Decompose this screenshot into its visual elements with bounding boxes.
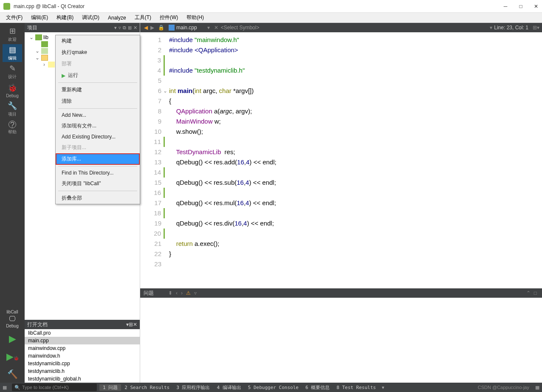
mode-sidebar: ⊞欢迎 ▤编辑 ✎设计 🐞Debug 🔧项目 ?帮助 libCall 🖵 Deb…: [0, 23, 25, 383]
ctx-qmake[interactable]: 执行qmake: [56, 47, 140, 58]
problems-minimize-icon[interactable]: ⌃: [526, 290, 531, 296]
run-button[interactable]: ▶: [9, 333, 16, 344]
file-dropdown-icon[interactable]: ▾: [207, 25, 210, 31]
lock-icon[interactable]: 🔒: [158, 25, 164, 31]
separator: [58, 82, 137, 83]
separator: [58, 166, 137, 166]
status-tab-app-output[interactable]: 3 应用程序输出: [173, 384, 213, 391]
menu-analyze[interactable]: Analyze: [104, 14, 130, 22]
ctx-add-existing[interactable]: 添加现有文件...: [56, 120, 140, 132]
status-tab-compile[interactable]: 4 编译输出: [213, 384, 244, 391]
nav-back-icon[interactable]: ◀: [144, 25, 148, 31]
doc-item[interactable]: libCall.pro: [25, 329, 140, 337]
project-panel-title: 项目: [27, 24, 113, 31]
doc-item[interactable]: testdynamiclib_global.h: [25, 375, 140, 383]
symbol-selector[interactable]: <Select Symbol>: [221, 25, 260, 31]
problems-panel[interactable]: [140, 298, 542, 383]
problems-title: 问题: [144, 290, 154, 297]
cpp-file-icon: [169, 25, 175, 31]
menu-edit[interactable]: 编辑(E): [27, 13, 52, 22]
problems-next-icon[interactable]: ›: [181, 290, 183, 296]
close-file-icon[interactable]: ✕: [214, 25, 218, 31]
mode-welcome[interactable]: ⊞欢迎: [3, 25, 22, 43]
minimize-button[interactable]: ─: [503, 4, 508, 9]
toggle-sidebar-icon[interactable]: ▦: [0, 385, 9, 390]
menu-bar: 文件(F) 编辑(E) 构建(B) 调试(D) Analyze 工具(T) 控件…: [0, 13, 542, 23]
menu-tools[interactable]: 工具(T): [130, 13, 155, 22]
ctx-run[interactable]: ▶运行: [56, 70, 140, 81]
link-icon[interactable]: ⧉: [123, 25, 126, 31]
problems-filter-icon[interactable]: ⬍: [168, 290, 172, 296]
locator-input[interactable]: 🔍 Type to locate (Ctrl+K): [12, 384, 97, 391]
close-panel-icon[interactable]: ✕: [133, 25, 137, 31]
problems-prev-icon[interactable]: ‹: [176, 290, 178, 296]
status-tab-search[interactable]: 2 Search Results: [121, 385, 173, 390]
play-icon: ▶: [62, 73, 65, 79]
editor-filename[interactable]: main.cpp: [176, 25, 197, 31]
toggle-right-sidebar-icon[interactable]: ▦: [533, 385, 542, 390]
menu-debug[interactable]: 调试(D): [78, 13, 104, 22]
split-editor-icon[interactable]: ⊞▾: [533, 25, 539, 31]
nav-forward-icon[interactable]: ▶: [150, 25, 154, 31]
doc-item[interactable]: testdynamiclib.cpp: [25, 360, 140, 367]
doc-item[interactable]: mainwindow.h: [25, 352, 140, 360]
ctx-build[interactable]: 构建: [56, 35, 140, 47]
menu-file[interactable]: 文件(F): [2, 13, 27, 22]
kit-selector[interactable]: libCall 🖵 Debug: [6, 310, 18, 328]
status-tab-problems[interactable]: 1 问题: [99, 384, 121, 391]
docs-split-icon[interactable]: ⊞: [129, 321, 133, 327]
doc-item[interactable]: mainwindow.cpp: [25, 344, 140, 352]
ctx-add-library[interactable]: 添加库...: [56, 153, 140, 165]
separator: [58, 108, 137, 109]
ctx-clean[interactable]: 清除: [56, 96, 140, 107]
symbol-dropdown-icon[interactable]: ▾: [490, 25, 492, 31]
mode-edit[interactable]: ▤编辑: [3, 44, 22, 62]
ctx-close-project[interactable]: 关闭项目 "libCall": [56, 178, 140, 189]
search-icon: 🔍: [14, 385, 20, 390]
status-tab-debugger[interactable]: 5 Debugger Console: [245, 385, 302, 390]
open-docs-title: 打开文档: [27, 321, 126, 328]
ctx-add-dir[interactable]: Add Existing Directory...: [56, 132, 140, 142]
ctx-find-dir[interactable]: Find in This Directory...: [56, 168, 140, 178]
code-editor[interactable]: 1234 5678 9101112 13141516 17181920 2122…: [140, 32, 542, 288]
doc-item[interactable]: testdynamiclib.h: [25, 367, 140, 375]
title-bar: main.cpp @ libCall - Qt Creator ─ □ ✕: [0, 0, 542, 13]
maximize-button[interactable]: □: [518, 4, 523, 9]
warning-icon[interactable]: ⚠: [186, 290, 191, 296]
line-col-indicator[interactable]: Line: 23, Col: 1: [494, 25, 528, 31]
menu-build[interactable]: 构建(B): [52, 13, 78, 22]
panel-dropdown-icon[interactable]: ▾: [114, 25, 117, 31]
ctx-new-sub: 新子项目...: [56, 142, 140, 153]
watermark-text: CSDN @Cappuccino-jay: [478, 385, 529, 390]
window-title: main.cpp @ libCall - Qt Creator: [14, 3, 503, 9]
mode-projects[interactable]: 🔧项目: [3, 100, 22, 118]
status-tab-tests[interactable]: 8 Test Results: [333, 385, 379, 390]
separator: [58, 191, 137, 191]
ctx-rebuild[interactable]: 重新构建: [56, 84, 140, 96]
docs-close-icon[interactable]: ✕: [133, 321, 137, 327]
project-panel-header: 项目 ▾ ▿ ⧉ ⊞ ✕: [25, 23, 140, 32]
menu-widgets[interactable]: 控件(W): [155, 13, 182, 22]
code-content[interactable]: #include "mainwindow.h" #include <QAppli…: [165, 32, 542, 288]
problems-panel-header: 问题 ⬍ ‹ › ⚠ ▿ ⌃ □: [140, 288, 542, 298]
ctx-collapse[interactable]: 折叠全部: [56, 192, 140, 204]
ctx-deploy: 部署: [56, 58, 140, 70]
close-button[interactable]: ✕: [534, 4, 539, 9]
status-tab-general[interactable]: 6 概要信息: [302, 384, 333, 391]
mode-design[interactable]: ✎设计: [3, 63, 22, 81]
menu-help[interactable]: 帮助(H): [182, 13, 208, 22]
mode-help[interactable]: ?帮助: [3, 119, 22, 137]
doc-item[interactable]: main.cpp: [25, 337, 140, 344]
filter-icon[interactable]: ▿: [119, 25, 121, 31]
mode-debug[interactable]: 🐞Debug: [3, 82, 22, 99]
context-menu: 构建 执行qmake 部署 ▶运行 重新构建 清除 Add New... 添加现…: [55, 35, 140, 204]
split-icon[interactable]: ⊞: [128, 25, 132, 31]
editor-toolbar: ◀ ▶ 🔒 main.cpp ▾ ✕ <Select Symbol> ▾ Lin…: [140, 23, 542, 32]
ctx-add-new[interactable]: Add New...: [56, 110, 140, 120]
problems-maximize-icon[interactable]: □: [534, 290, 537, 296]
problems-filter2-icon[interactable]: ▿: [194, 290, 197, 296]
debug-run-button[interactable]: ▶🐞: [6, 351, 19, 362]
status-dropdown-icon[interactable]: ▾: [379, 385, 387, 390]
build-button[interactable]: 🔨: [7, 369, 18, 379]
line-gutter: 1234 5678 9101112 13141516 17181920 2122…: [140, 32, 165, 288]
